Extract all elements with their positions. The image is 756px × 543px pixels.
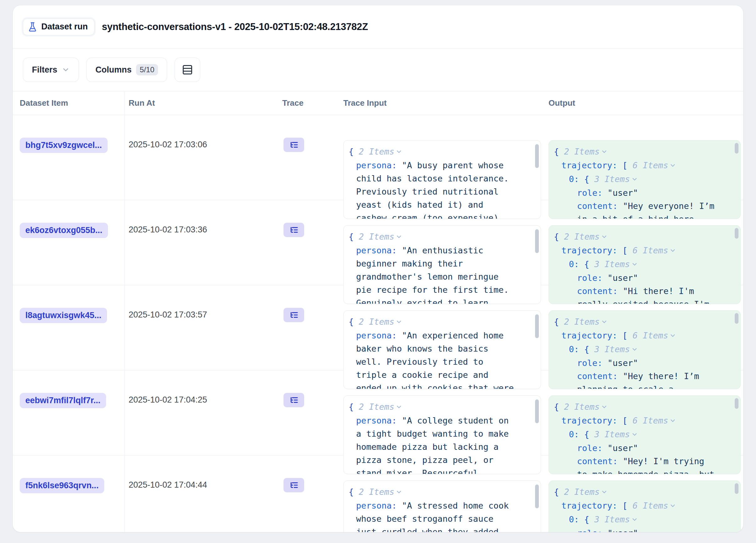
collapse-chevron-icon[interactable] [601, 231, 608, 244]
collapse-chevron-icon[interactable] [669, 160, 676, 173]
items-annotation: 6 Items [627, 330, 668, 340]
list-tree-icon [289, 310, 299, 320]
dataset-item-badge[interactable]: bhg7t5xv9zgwcel... [20, 138, 108, 153]
items-annotation: 3 Items [589, 515, 630, 524]
trace-input-json-viewer[interactable]: { 2 Items persona: "An experienced home … [343, 310, 541, 389]
scrollbar-thumb[interactable] [735, 483, 738, 494]
run-at-value: 2025-10-02 17:04:44 [129, 480, 207, 489]
output-json-viewer[interactable]: { 2 Items trajectory: [ 6 Items 0: { 3 I… [549, 310, 741, 389]
json-key: persona: [356, 416, 397, 425]
collapse-chevron-icon[interactable] [631, 428, 638, 442]
trace-button[interactable] [283, 393, 304, 407]
trace-cell [280, 455, 341, 532]
json-trajectory-line: trajectory: [ 6 Items [554, 414, 726, 428]
scrollbar-thumb[interactable] [535, 484, 539, 508]
collapse-chevron-icon[interactable] [396, 231, 402, 244]
open-brace: { [349, 487, 354, 497]
flask-icon [28, 22, 38, 32]
items-annotation: 3 Items [589, 344, 630, 354]
open-brace: { [349, 317, 354, 326]
scrollbar-thumb[interactable] [735, 398, 738, 409]
collapse-chevron-icon[interactable] [396, 401, 402, 414]
json-index-line: 0: { 3 Items [554, 428, 726, 442]
columns-button[interactable]: Columns 5/10 [86, 58, 167, 82]
scrollbar-thumb[interactable] [535, 399, 539, 423]
dataset-run-card: Dataset run synthetic-conversations-v1 -… [13, 5, 743, 532]
scrollbar-thumb[interactable] [735, 313, 738, 324]
json-index-line: 0: { 3 Items [554, 513, 726, 527]
dataset-item-badge[interactable]: f5nk6lse963qrvn... [20, 478, 104, 493]
trace-input-cell: { 2 Items persona: "A busy parent whose … [341, 115, 546, 219]
open-bracket: [ [622, 246, 627, 255]
collapse-chevron-icon[interactable] [601, 316, 608, 329]
trace-input-json-viewer[interactable]: { 2 Items persona: "A stressed home cook… [343, 480, 541, 532]
json-key: content: [577, 456, 618, 466]
collapse-chevron-icon[interactable] [631, 173, 638, 187]
open-bracket: [ [622, 501, 627, 510]
trace-button[interactable] [283, 478, 304, 492]
collapse-chevron-icon[interactable] [669, 415, 676, 428]
table-header: Dataset Item Run At Trace Trace Input Ou… [13, 91, 743, 115]
trace-input-json-viewer[interactable]: { 2 Items persona: "A busy parent whose … [343, 140, 541, 219]
collapse-chevron-icon[interactable] [396, 316, 402, 329]
scrollbar-thumb[interactable] [735, 143, 738, 154]
run-at-value: 2025-10-02 17:03:06 [129, 140, 207, 149]
trace-button[interactable] [283, 138, 304, 152]
output-cell: { 2 Items trajectory: [ 6 Items 0: { 3 I… [546, 115, 743, 219]
output-json-viewer[interactable]: { 2 Items trajectory: [ 6 Items 0: { 3 I… [549, 140, 741, 219]
json-persona-line: persona: "A busy parent whose child has … [349, 159, 526, 219]
dataset-run-badge-label: Dataset run [41, 22, 88, 32]
rows-icon [182, 64, 193, 75]
collapse-chevron-icon[interactable] [631, 343, 638, 356]
open-brace: { [554, 147, 559, 156]
dataset-item-badge[interactable]: l8agtuwxisgwk45... [20, 308, 107, 323]
json-root-line: { 2 Items [554, 400, 726, 414]
open-brace: { [584, 515, 589, 524]
json-root-line: { 2 Items [349, 145, 526, 159]
trace-button[interactable] [283, 223, 304, 237]
collapse-chevron-icon[interactable] [601, 401, 608, 414]
dataset-item-cell: f5nk6lse963qrvn... [13, 455, 125, 532]
table-body: bhg7t5xv9zgwcel... 2025-10-02 17:03:06 {… [13, 115, 743, 532]
json-value: "user" [608, 358, 638, 368]
output-json-viewer[interactable]: { 2 Items trajectory: [ 6 Items 0: { 3 I… [549, 395, 741, 474]
items-annotation: 3 Items [589, 174, 630, 184]
dataset-item-badge[interactable]: ek6oz6vtoxg055b... [20, 223, 108, 238]
column-header-trace-input: Trace Input [341, 98, 546, 108]
output-json-viewer[interactable]: { 2 Items trajectory: [ 6 Items 0: { 3 I… [549, 225, 741, 304]
json-persona-line: persona: "An enthusiastic beginner makin… [349, 244, 526, 304]
json-key: trajectory: [561, 501, 617, 510]
json-key: trajectory: [561, 416, 617, 425]
json-trajectory-line: trajectory: [ 6 Items [554, 329, 726, 343]
collapse-chevron-icon[interactable] [631, 514, 638, 527]
run-at-value: 2025-10-02 17:04:25 [129, 395, 207, 404]
items-annotation: 3 Items [589, 259, 630, 269]
toolbar: Filters Columns 5/10 [13, 49, 743, 91]
json-trajectory-line: trajectory: [ 6 Items [554, 499, 726, 513]
trace-input-json-viewer[interactable]: { 2 Items persona: "A college student on… [343, 395, 541, 474]
row-height-button[interactable] [175, 58, 200, 82]
json-key: role: [577, 528, 602, 532]
filters-button[interactable]: Filters [23, 58, 79, 82]
json-content-line: content: "Hey everyone! I’m in a bit of … [554, 200, 726, 219]
collapse-chevron-icon[interactable] [631, 259, 638, 272]
json-key: persona: [356, 246, 397, 255]
scrollbar-thumb[interactable] [535, 229, 539, 253]
collapse-chevron-icon[interactable] [669, 330, 676, 343]
collapse-chevron-icon[interactable] [601, 146, 608, 159]
collapse-chevron-icon[interactable] [396, 146, 402, 159]
output-json-viewer[interactable]: { 2 Items trajectory: [ 6 Items 0: { 3 I… [549, 480, 741, 532]
scrollbar-thumb[interactable] [535, 144, 539, 168]
collapse-chevron-icon[interactable] [396, 486, 402, 499]
collapse-chevron-icon[interactable] [669, 500, 676, 513]
json-root-line: { 2 Items [554, 315, 726, 329]
scrollbar-thumb[interactable] [735, 228, 738, 239]
scrollbar-thumb[interactable] [535, 314, 539, 338]
trace-input-json-viewer[interactable]: { 2 Items persona: "An enthusiastic begi… [343, 225, 541, 304]
trace-button[interactable] [283, 308, 304, 322]
collapse-chevron-icon[interactable] [669, 245, 676, 258]
open-brace: { [584, 174, 589, 184]
dataset-item-badge[interactable]: eebwi7mfil7lqlf7r... [20, 393, 106, 408]
collapse-chevron-icon[interactable] [601, 486, 608, 499]
json-key: role: [577, 273, 602, 283]
